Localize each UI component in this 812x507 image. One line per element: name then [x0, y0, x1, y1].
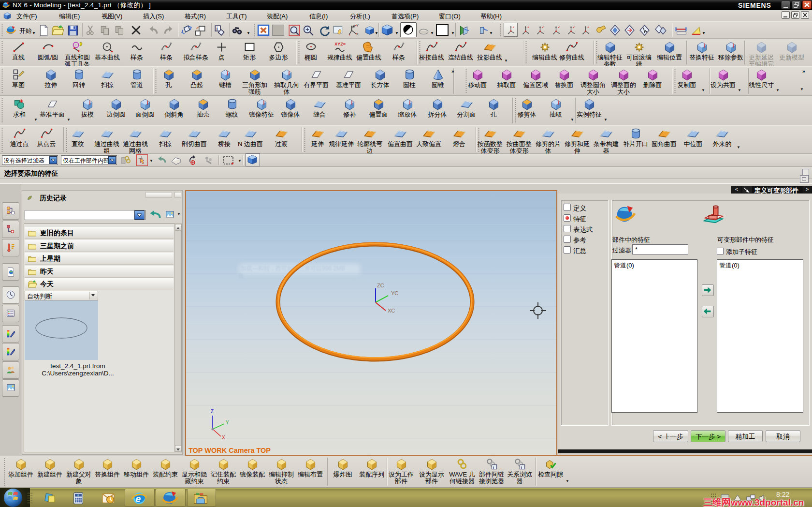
svg-text:XC: XC: [388, 308, 395, 313]
svg-text:X: X: [222, 435, 225, 440]
svg-text:Z: Z: [211, 409, 214, 414]
svg-text:8: 8: [77, 494, 79, 497]
svg-text:Y: Y: [356, 24, 359, 27]
svg-text:Y: Y: [226, 420, 229, 425]
svg-text:YC: YC: [391, 290, 398, 296]
svg-text:ZC: ZC: [377, 283, 384, 288]
svg-text:Z: Z: [353, 25, 355, 28]
